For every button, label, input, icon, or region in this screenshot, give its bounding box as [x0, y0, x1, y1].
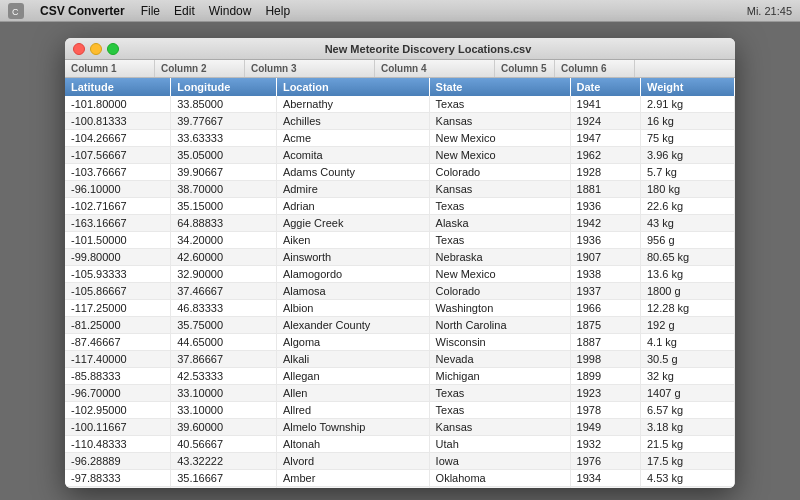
col-header-3[interactable]: Column 3 [245, 60, 375, 77]
table-cell: -105.86667 [65, 283, 171, 300]
table-cell: 1899 [570, 368, 640, 385]
table-cell: 1938 [570, 266, 640, 283]
table-cell: Nevada [429, 351, 570, 368]
table-cell: 42.60000 [171, 249, 277, 266]
table-cell: Nebraska [429, 249, 570, 266]
table-row[interactable]: -163.1666764.88833Aggie CreekAlaska19424… [65, 215, 735, 232]
table-cell: -103.76667 [65, 164, 171, 181]
table-row[interactable]: -104.2666733.63333AcmeNew Mexico194775 k… [65, 130, 735, 147]
table-cell: 3.18 kg [641, 419, 735, 436]
table-row[interactable]: -96.7000033.10000AllenTexas19231407 g [65, 385, 735, 402]
menu-edit[interactable]: Edit [174, 4, 195, 18]
table-cell: Alamosa [276, 283, 429, 300]
table-cell: 1998 [570, 351, 640, 368]
table-cell: New Mexico [429, 266, 570, 283]
table-cell: 64.88833 [171, 215, 277, 232]
table-cell: 35.05000 [171, 147, 277, 164]
table-cell: -96.10000 [65, 181, 171, 198]
table-cell: Almelo Township [276, 419, 429, 436]
table-cell: 2.91 kg [641, 96, 735, 113]
table-row[interactable]: -97.8833335.16667AmberOklahoma19344.53 k… [65, 470, 735, 487]
th-longitude[interactable]: Longitude [171, 78, 277, 96]
table-row[interactable]: -99.2000040.80000AmherstNebraska19478.5 … [65, 487, 735, 489]
th-state[interactable]: State [429, 78, 570, 96]
table-cell: Ainsworth [276, 249, 429, 266]
table-cell: Acme [276, 130, 429, 147]
th-date[interactable]: Date [570, 78, 640, 96]
titlebar: New Meteorite Discovery Locations.csv [65, 38, 735, 60]
table-cell: 1947 [570, 130, 640, 147]
menu-window[interactable]: Window [209, 4, 252, 18]
table-cell: 1947 [570, 487, 640, 489]
col-header-5[interactable]: Column 5 [495, 60, 555, 77]
table-cell: -99.20000 [65, 487, 171, 489]
svg-text:C: C [12, 7, 19, 17]
menu-file[interactable]: File [141, 4, 160, 18]
traffic-lights[interactable] [73, 43, 119, 55]
main-window: New Meteorite Discovery Locations.csv Co… [65, 38, 735, 488]
th-weight[interactable]: Weight [641, 78, 735, 96]
table-cell: 42.53333 [171, 368, 277, 385]
table-row[interactable]: -102.7166735.15000AdrianTexas193622.6 kg [65, 198, 735, 215]
table-row[interactable]: -105.8666737.46667AlamosaColorado1937180… [65, 283, 735, 300]
table-cell: Kansas [429, 113, 570, 130]
table-row[interactable]: -110.4833340.56667AltonahUtah193221.5 kg [65, 436, 735, 453]
table-row[interactable]: -103.7666739.90667Adams CountyColorado19… [65, 164, 735, 181]
minimize-button[interactable] [90, 43, 102, 55]
table-row[interactable]: -107.5666735.05000AcomitaNew Mexico19623… [65, 147, 735, 164]
table-cell: Michigan [429, 368, 570, 385]
table-cell: -97.88333 [65, 470, 171, 487]
table-cell: Allen [276, 385, 429, 402]
table-row[interactable]: -96.1000038.70000AdmireKansas1881180 kg [65, 181, 735, 198]
table-cell: 956 g [641, 232, 735, 249]
table-cell: 16 kg [641, 113, 735, 130]
table-cell: 43.32222 [171, 453, 277, 470]
table-cell: -87.46667 [65, 334, 171, 351]
table-cell: 33.85000 [171, 96, 277, 113]
table-row[interactable]: -101.8000033.85000AbernathyTexas19412.91… [65, 96, 735, 113]
col-header-6[interactable]: Column 6 [555, 60, 635, 77]
table-cell: 33.10000 [171, 402, 277, 419]
table-cell: 1937 [570, 283, 640, 300]
table-row[interactable]: -99.8000042.60000AinsworthNebraska190780… [65, 249, 735, 266]
table-cell: Utah [429, 436, 570, 453]
table-row[interactable]: -105.9333332.90000AlamogordoNew Mexico19… [65, 266, 735, 283]
table-row[interactable]: -101.5000034.20000AikenTexas1936956 g [65, 232, 735, 249]
th-location[interactable]: Location [276, 78, 429, 96]
table-row[interactable]: -117.4000037.86667AlkaliNevada199830.5 g [65, 351, 735, 368]
table-cell: Allred [276, 402, 429, 419]
table-row[interactable]: -96.2888943.32222AlvordIowa197617.5 kg [65, 453, 735, 470]
col-header-1[interactable]: Column 1 [65, 60, 155, 77]
menu-items[interactable]: File Edit Window Help [141, 4, 290, 18]
table-cell: 1966 [570, 300, 640, 317]
table-cell: Kansas [429, 181, 570, 198]
table-row[interactable]: -117.2500046.83333AlbionWashington196612… [65, 300, 735, 317]
table-row[interactable]: -85.8833342.53333AlleganMichigan189932 k… [65, 368, 735, 385]
maximize-button[interactable] [107, 43, 119, 55]
table-cell: Washington [429, 300, 570, 317]
table-row[interactable]: -87.4666744.65000AlgomaWisconsin18874.1 … [65, 334, 735, 351]
table-row[interactable]: -81.2500035.75000Alexander CountyNorth C… [65, 317, 735, 334]
table-cell: 75 kg [641, 130, 735, 147]
table-row[interactable]: -102.9500033.10000AllredTexas19786.57 kg [65, 402, 735, 419]
table-cell: Alvord [276, 453, 429, 470]
table-cell: 35.15000 [171, 198, 277, 215]
menu-help[interactable]: Help [265, 4, 290, 18]
table-container[interactable]: Latitude Longitude Location State Date W… [65, 78, 735, 488]
table-cell: 5.7 kg [641, 164, 735, 181]
app-icon: C [8, 3, 24, 19]
table-row[interactable]: -100.8133339.77667AchillesKansas192416 k… [65, 113, 735, 130]
table-cell: 8.5 kg [641, 487, 735, 489]
col-header-4[interactable]: Column 4 [375, 60, 495, 77]
table-cell: 46.83333 [171, 300, 277, 317]
table-cell: Kansas [429, 419, 570, 436]
table-cell: 12.28 kg [641, 300, 735, 317]
close-button[interactable] [73, 43, 85, 55]
table-cell: Alaska [429, 215, 570, 232]
th-latitude[interactable]: Latitude [65, 78, 171, 96]
table-cell: 80.65 kg [641, 249, 735, 266]
table-row[interactable]: -100.1166739.60000Almelo TownshipKansas1… [65, 419, 735, 436]
table-cell: 1924 [570, 113, 640, 130]
col-header-2[interactable]: Column 2 [155, 60, 245, 77]
table-cell: 34.20000 [171, 232, 277, 249]
